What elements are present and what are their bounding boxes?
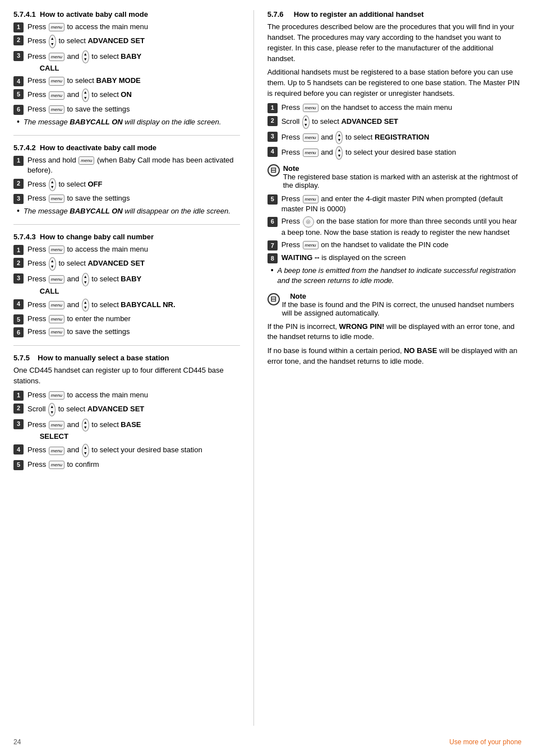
menu-icon: menu — [49, 194, 64, 203]
note-text-1: The registered base station is marked wi… — [283, 173, 518, 189]
step-item: 2 Press ▲▼ to select OFF — [13, 178, 240, 192]
menu-icon: menu — [49, 301, 64, 309]
step-item: 1 Press and hold menu (when Baby Call mo… — [13, 155, 240, 175]
menu-icon: menu — [303, 195, 319, 203]
note-title-2: Note — [282, 292, 306, 300]
section-5741: 5.7.4.1 How to activate baby call mode 1… — [13, 10, 240, 136]
menu-icon: menu — [49, 461, 64, 469]
scroll-icon: ▲▼ — [82, 273, 89, 286]
menu-icon: menu — [303, 104, 319, 112]
section-title-575: 5.7.5 How to manually select a base stat… — [13, 354, 240, 362]
step-item: 3 Press menu and ▲▼ to select BASE SELEC… — [13, 419, 240, 442]
section-5743: 5.7.4.3 How to change baby call number 1… — [13, 233, 240, 346]
step-item: 7 Press menu on the handset to validate … — [268, 240, 522, 251]
menu-icon: menu — [49, 315, 64, 323]
note-box-1: ⊟ Note The registered base station is ma… — [268, 164, 522, 189]
menu-icon: menu — [49, 245, 64, 254]
step-item: 5 Press menu to enter the number — [13, 314, 240, 324]
section-title-5743: 5.7.4.3 How to change baby call number — [13, 233, 240, 241]
step-item: 2 Press ▲▼ to select ADVANCED SET — [13, 257, 240, 271]
footer-tagline: Use more of your phone — [449, 738, 522, 746]
step-item: 2 Scroll ▲▼ to select ADVANCED SET — [268, 115, 522, 129]
menu-icon: menu — [49, 77, 64, 85]
step-item: 5 Press menu and enter the 4-digit maste… — [268, 194, 522, 214]
page-footer: 24 Use more of your phone — [13, 735, 522, 746]
step-item: 2 Press ▲▼ to select ADVANCED SET — [13, 35, 240, 48]
step-item: 3 Press menu and ▲▼ to select REGISTRATI… — [268, 131, 522, 145]
menu-icon: menu — [49, 447, 64, 455]
scroll-icon: ▲▼ — [49, 178, 56, 192]
bullet-item: • The message BABYCALL ON will display o… — [17, 117, 240, 127]
section-title-5741: 5.7.4.1 How to activate baby call mode — [13, 10, 240, 18]
step-item: 4 Press menu to select BABY MODE — [13, 76, 240, 86]
right-column: 5.7.6 How to register an additional hand… — [254, 10, 522, 726]
section-5742: 5.7.4.2 How to deactivate baby call mode… — [13, 143, 240, 225]
step-item: 1 Press menu to access the main menu — [13, 22, 240, 33]
page: 5.7.4.1 How to activate baby call mode 1… — [0, 0, 535, 756]
step-item: 1 Press menu to access the main menu — [13, 244, 240, 255]
menu-icon: menu — [303, 133, 319, 142]
step-item: 6 Press menu to save the settings — [13, 327, 240, 337]
step-item: 2 Scroll ▲▼ to select ADVANCED SET — [13, 403, 240, 416]
section-575: 5.7.5 How to manually select a base stat… — [13, 354, 240, 478]
menu-icon: menu — [49, 421, 64, 429]
note-text-2: If the base is found and the PIN is corr… — [282, 300, 514, 317]
note-icon: ⊟ — [268, 164, 280, 177]
menu-icon: menu — [79, 156, 94, 165]
note-icon-2: ⊟ — [268, 293, 280, 305]
scroll-icon: ▲▼ — [335, 146, 343, 160]
bullet-item-2: • A beep tone is emitted from the handse… — [271, 266, 522, 286]
scroll-icon: ▲▼ — [82, 444, 89, 457]
section-intro-1: The procedures described below are the p… — [268, 22, 522, 64]
menu-icon: menu — [49, 91, 64, 100]
scroll-icon: ▲▼ — [335, 131, 343, 145]
scroll-icon: ▲▼ — [49, 35, 56, 48]
step-item: 5 Press menu and ▲▼ to select ON — [13, 89, 240, 102]
note-box-2: ⊟ Note If the base is found and the PIN … — [268, 292, 522, 317]
bullet-item: • The message BABYCALL ON will disappear… — [17, 206, 240, 216]
menu-icon: menu — [49, 23, 64, 31]
menu-icon: menu — [303, 149, 319, 157]
section-intro: One CD445 handset can register up to fou… — [13, 365, 240, 387]
scroll-icon: ▲▼ — [82, 419, 89, 432]
scroll-icon: ▲▼ — [82, 299, 89, 312]
step-item: 1 Press menu to access the main menu — [13, 390, 240, 401]
step-item: 8 WAITING -- is displayed on the screen — [268, 253, 522, 263]
section-576: 5.7.6 How to register an additional hand… — [268, 10, 522, 376]
menu-icon: menu — [49, 391, 64, 400]
para-wrong-pin: If the PIN is incorrect, WRONG PIN! will… — [268, 322, 522, 343]
step-item: 3 Press menu and ▲▼ to select BABY CALL — [13, 273, 240, 296]
step-item: 6 Press menu to save the settings — [13, 104, 240, 115]
scroll-icon: ▲▼ — [302, 115, 310, 129]
section-intro-2: Additional handsets must be registered t… — [268, 67, 522, 99]
radio-btn-icon: ⦾ — [303, 216, 314, 228]
step-item: 4 Press menu and ▲▼ to select your desir… — [268, 146, 522, 160]
menu-icon: menu — [49, 53, 64, 61]
para-no-base: If no base is found within a certain per… — [268, 346, 522, 367]
footer-page-number: 24 — [13, 738, 21, 746]
step-item: 4 Press menu and ▲▼ to select your desir… — [13, 444, 240, 457]
menu-icon: menu — [49, 328, 64, 336]
step-item: 3 Press menu to save the settings — [13, 193, 240, 204]
step-item: 5 Press menu to confirm — [13, 460, 240, 470]
note-title: Note — [283, 164, 299, 173]
scroll-icon: ▲▼ — [49, 257, 56, 271]
section-title-5742: 5.7.4.2 How to deactivate baby call mode — [13, 143, 240, 152]
scroll-icon: ▲▼ — [48, 403, 56, 416]
scroll-icon: ▲▼ — [82, 50, 89, 64]
step-item: 3 Press menu and ▲▼ to select BABY CALL — [13, 50, 240, 74]
section-title-576: 5.7.6 How to register an additional hand… — [268, 10, 522, 18]
left-column: 5.7.4.1 How to activate baby call mode 1… — [13, 10, 254, 726]
menu-icon: menu — [49, 275, 64, 284]
menu-icon: menu — [49, 105, 64, 114]
step-item: 6 Press ⦾ on the base station for more t… — [268, 216, 522, 238]
step-item: 4 Press menu and ▲▼ to select BABYCALL N… — [13, 299, 240, 312]
step-item: 1 Press menu on the handset to access th… — [268, 103, 522, 113]
scroll-icon: ▲▼ — [82, 89, 89, 102]
menu-icon: menu — [303, 241, 319, 249]
